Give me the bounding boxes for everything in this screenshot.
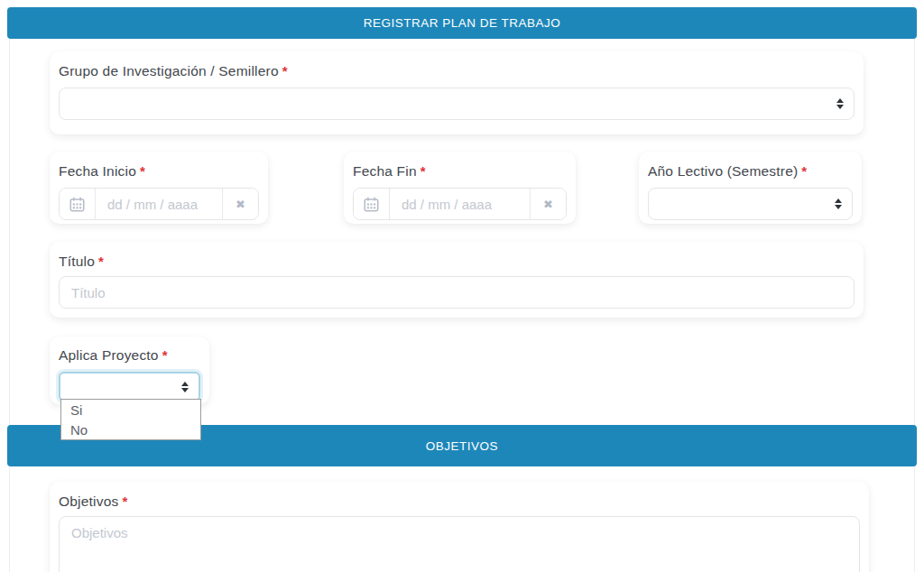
aplica-proyecto-card: Aplica Proyecto* (50, 337, 209, 404)
aplica-proyecto-dropdown: Si No (60, 399, 201, 440)
fecha-inicio-card: Fecha Inicio* ✖ (50, 152, 268, 224)
fecha-inicio-label: Fecha Inicio* (59, 162, 259, 180)
registrar-plan-page: REGISTRAR PLAN DE TRABAJO Grupo de Inves… (0, 0, 924, 572)
aplica-proyecto-label: Aplica Proyecto* (59, 346, 200, 364)
fecha-inicio-clear-button[interactable]: ✖ (222, 189, 258, 219)
objetivos-card: Objetivos* (50, 482, 869, 572)
page-title: REGISTRAR PLAN DE TRABAJO (364, 16, 561, 30)
updown-arrow-icon (836, 98, 844, 109)
objetivos-label: Objetivos* (59, 493, 860, 511)
close-icon: ✖ (543, 198, 553, 211)
titulo-label: Título* (59, 253, 855, 271)
section-header-registrar: REGISTRAR PLAN DE TRABAJO (7, 7, 917, 39)
anio-lectivo-card: Año Lectivo (Semestre)* (639, 152, 862, 224)
anio-lectivo-select[interactable] (648, 188, 853, 220)
required-asterisk: * (801, 163, 807, 179)
fecha-inicio-input-group: ✖ (59, 188, 259, 220)
fecha-fin-clear-button[interactable]: ✖ (530, 189, 566, 219)
grupo-select[interactable] (59, 88, 855, 120)
updown-arrow-icon (835, 198, 842, 209)
grupo-card: Grupo de Investigación / Semillero* (50, 51, 864, 134)
calendar-icon (69, 197, 85, 212)
fecha-fin-calendar-button[interactable] (354, 189, 390, 219)
grupo-label: Grupo de Investigación / Semillero* (59, 62, 855, 80)
titulo-input[interactable] (59, 276, 855, 309)
required-asterisk: * (140, 163, 145, 179)
fecha-inicio-calendar-button[interactable] (60, 189, 96, 219)
calendar-icon (364, 197, 379, 212)
aplica-proyecto-select[interactable] (59, 372, 200, 401)
fecha-fin-input-group: ✖ (353, 188, 567, 220)
aplica-proyecto-label-text: Aplica Proyecto (59, 347, 159, 363)
anio-lectivo-label: Año Lectivo (Semestre)* (648, 162, 853, 180)
required-asterisk: * (420, 163, 426, 179)
close-icon: ✖ (236, 198, 245, 211)
anio-lectivo-label-text: Año Lectivo (Semestre) (648, 163, 798, 179)
fecha-fin-input[interactable] (390, 189, 530, 219)
fecha-fin-label: Fecha Fin* (353, 162, 567, 180)
fecha-fin-label-text: Fecha Fin (353, 163, 417, 179)
required-asterisk: * (98, 254, 104, 269)
objetivos-textarea[interactable] (59, 516, 860, 572)
titulo-label-text: Título (59, 254, 95, 269)
required-asterisk: * (162, 347, 168, 363)
required-asterisk: * (122, 494, 127, 509)
fecha-fin-card: Fecha Fin* ✖ (344, 152, 576, 224)
objetivos-label-text: Objetivos (59, 494, 118, 509)
objetivos-section-title: OBJETIVOS (426, 439, 498, 453)
updown-arrow-icon (181, 382, 189, 392)
grupo-label-text: Grupo de Investigación / Semillero (59, 63, 279, 78)
fecha-inicio-input[interactable] (96, 189, 222, 219)
fecha-inicio-label-text: Fecha Inicio (59, 163, 136, 179)
dropdown-option-si[interactable]: Si (61, 400, 200, 420)
dropdown-option-no[interactable]: No (61, 420, 200, 439)
required-asterisk: * (282, 63, 288, 78)
titulo-card: Título* (50, 242, 864, 318)
